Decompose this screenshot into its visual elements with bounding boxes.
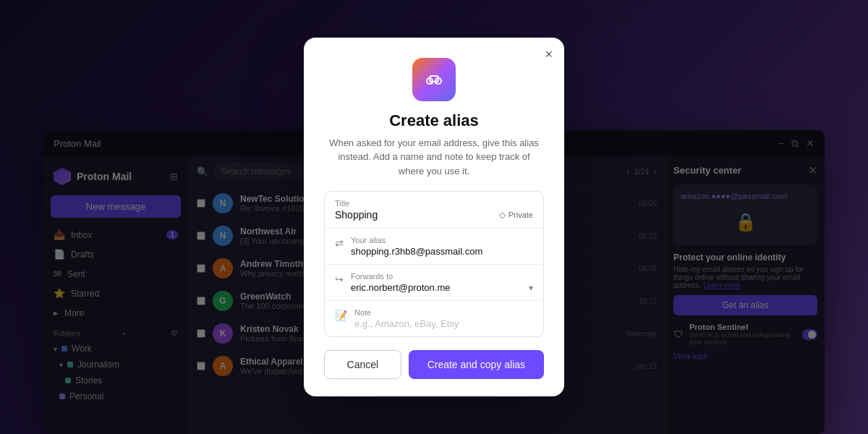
forwards-dropdown-icon[interactable]: ▾ — [529, 283, 533, 293]
create-copy-alias-button[interactable]: Create and copy alias — [409, 350, 544, 379]
modal-icon-area — [324, 58, 544, 101]
forwards-to-field: ↪ Forwards to eric.norbert@proton.me ▾ — [325, 265, 543, 301]
title-field: Title Shopping Private — [325, 192, 543, 229]
note-placeholder[interactable]: e.g., Amazon, eBay, Etsy — [354, 318, 533, 329]
note-field: 📝 Note e.g., Amazon, eBay, Etsy — [325, 301, 543, 336]
modal-overlay: × Create alias When asked for your email… — [0, 0, 868, 434]
alias-field-inner: ⇄ Your alias shopping.r3hb8@passmail.com — [335, 236, 533, 257]
modal-description: When asked for your email address, give … — [324, 136, 544, 179]
alias-icon — [423, 69, 445, 90]
modal-icon-box — [412, 58, 456, 101]
your-alias-value: shopping.r3hb8@passmail.com — [351, 246, 533, 257]
title-field-row: Shopping Private — [335, 209, 533, 221]
note-label: Note — [354, 308, 533, 317]
forwards-field-icon: ↪ — [335, 273, 344, 285]
cancel-button[interactable]: Cancel — [324, 350, 401, 379]
forwards-label: Forwards to — [351, 272, 533, 281]
title-field-value[interactable]: Shopping — [335, 209, 378, 221]
modal-actions: Cancel Create and copy alias — [324, 350, 544, 379]
svg-point-4 — [435, 82, 438, 84]
forwards-row: eric.norbert@proton.me ▾ — [351, 282, 533, 293]
modal-title: Create alias — [324, 111, 544, 130]
alias-field-icon: ⇄ — [335, 237, 344, 249]
your-alias-label: Your alias — [351, 236, 533, 244]
note-field-icon: 📝 — [335, 310, 347, 321]
title-field-label: Title — [335, 199, 533, 208]
forwards-field-inner: ↪ Forwards to eric.norbert@proton.me ▾ — [335, 272, 533, 293]
private-badge: Private — [499, 210, 533, 220]
forwards-value: eric.norbert@proton.me — [351, 282, 450, 293]
create-alias-modal: × Create alias When asked for your email… — [304, 38, 564, 397]
note-field-inner: 📝 Note e.g., Amazon, eBay, Etsy — [335, 308, 533, 329]
alias-field-content: Your alias shopping.r3hb8@passmail.com — [351, 236, 533, 257]
your-alias-field: ⇄ Your alias shopping.r3hb8@passmail.com — [325, 229, 543, 265]
svg-point-3 — [431, 82, 433, 84]
modal-close-button[interactable]: × — [545, 48, 553, 61]
note-field-content: Note e.g., Amazon, eBay, Etsy — [354, 308, 533, 329]
forwards-field-content: Forwards to eric.norbert@proton.me ▾ — [351, 272, 533, 293]
alias-form-fields: Title Shopping Private ⇄ Your alias shop… — [324, 191, 544, 337]
